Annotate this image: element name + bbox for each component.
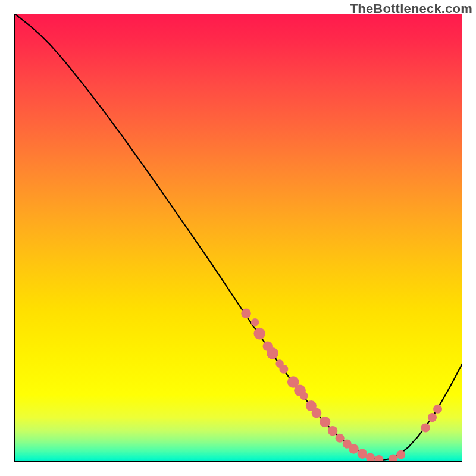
curve-marker: [336, 434, 345, 443]
curve-marker: [267, 347, 278, 359]
chart-frame: [14, 14, 462, 462]
curve-marker: [349, 444, 359, 454]
curve-marker: [279, 365, 288, 374]
curve-marker: [300, 392, 308, 400]
curve-marker: [320, 416, 330, 427]
curve-marker: [251, 318, 259, 327]
curve-marker: [396, 450, 405, 459]
curve-markers: [241, 308, 442, 462]
bottleneck-curve: [15, 14, 462, 460]
curve-marker: [428, 413, 437, 422]
curve-marker: [366, 453, 375, 462]
curve-marker: [421, 423, 430, 432]
curve-marker: [358, 449, 368, 459]
curve-marker: [328, 426, 338, 436]
curve-marker: [253, 328, 265, 340]
curve-marker: [241, 308, 251, 318]
curve-marker: [312, 408, 322, 418]
curve-marker: [374, 455, 383, 462]
chart-svg: [14, 14, 462, 462]
curve-marker: [433, 405, 442, 414]
